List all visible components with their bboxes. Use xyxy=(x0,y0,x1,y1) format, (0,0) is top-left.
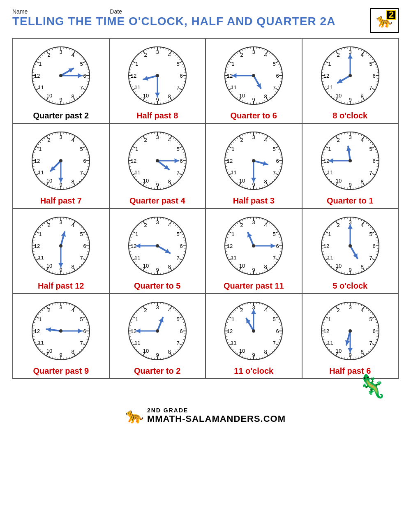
svg-text:6: 6 xyxy=(372,328,375,334)
svg-text:1: 1 xyxy=(39,146,42,152)
svg-text:1: 1 xyxy=(328,231,331,237)
svg-text:3: 3 xyxy=(349,134,351,140)
svg-text:10: 10 xyxy=(239,348,245,354)
svg-text:6: 6 xyxy=(83,243,86,249)
clock-cell-12: 121234567891011 Quarter past 9 xyxy=(13,294,110,379)
svg-text:1: 1 xyxy=(328,316,331,322)
clock-face-8: 121234567891011 xyxy=(28,213,94,279)
clock-face-2: 121234567891011 xyxy=(221,43,286,109)
svg-text:12: 12 xyxy=(34,73,40,79)
svg-text:11: 11 xyxy=(231,254,237,261)
svg-text:4: 4 xyxy=(264,52,267,58)
clock-cell-15: 121234567891011 Half past 6 xyxy=(302,294,399,379)
svg-text:8: 8 xyxy=(360,349,363,355)
svg-text:2: 2 xyxy=(240,137,243,143)
clock-label-1: Half past 8 xyxy=(136,111,178,120)
clock-label-8: Half past 12 xyxy=(38,281,84,291)
logo-box: 🐆 2 xyxy=(370,8,399,33)
clock-face-1: 121234567891011 xyxy=(125,43,190,109)
svg-text:10: 10 xyxy=(143,348,149,354)
svg-text:4: 4 xyxy=(72,137,74,143)
svg-text:1: 1 xyxy=(231,231,234,237)
clock-cell-4: 121234567891011 Half past 7 xyxy=(13,124,110,209)
clock-cell-8: 121234567891011 Half past 12 xyxy=(13,209,110,294)
svg-text:11: 11 xyxy=(231,84,237,90)
clock-face-5: 121234567891011 xyxy=(125,128,190,194)
clock-label-9: Quarter to 5 xyxy=(134,281,180,291)
svg-text:2: 2 xyxy=(144,307,147,313)
svg-text:10: 10 xyxy=(143,263,149,269)
svg-text:11: 11 xyxy=(231,169,237,176)
svg-text:11: 11 xyxy=(134,340,140,346)
svg-text:11: 11 xyxy=(38,169,44,176)
svg-text:8: 8 xyxy=(72,93,74,99)
footer-site: MMATH-SALAMANDERS.COM xyxy=(147,414,286,424)
svg-text:2: 2 xyxy=(240,52,243,58)
svg-text:5: 5 xyxy=(369,316,372,322)
svg-text:3: 3 xyxy=(252,134,255,140)
svg-text:12: 12 xyxy=(323,73,329,79)
clock-label-6: Half past 3 xyxy=(233,196,275,206)
svg-text:5: 5 xyxy=(273,61,276,67)
svg-text:1: 1 xyxy=(39,231,42,237)
clock-face-10: 121234567891011 xyxy=(221,213,286,279)
svg-text:5: 5 xyxy=(80,61,83,67)
svg-text:11: 11 xyxy=(327,340,333,346)
svg-text:11: 11 xyxy=(38,84,44,90)
footer: 🐆 2ND GRADE MMATH-SALAMANDERS.COM xyxy=(125,407,286,424)
svg-text:7: 7 xyxy=(80,255,83,261)
svg-point-545 xyxy=(252,159,255,162)
svg-text:6: 6 xyxy=(276,73,279,79)
svg-text:10: 10 xyxy=(143,93,149,99)
svg-text:2: 2 xyxy=(48,307,51,313)
clock-label-4: Half past 7 xyxy=(40,196,82,206)
svg-text:1: 1 xyxy=(328,61,331,67)
svg-point-701 xyxy=(59,244,62,247)
clock-cell-5: 121234567891011 Quarter past 4 xyxy=(110,124,206,209)
svg-text:8: 8 xyxy=(168,178,171,185)
svg-text:3: 3 xyxy=(60,304,62,310)
svg-text:3: 3 xyxy=(252,49,255,55)
logo-number: 2 xyxy=(386,10,396,20)
clock-face-7: 121234567891011 xyxy=(317,128,383,194)
svg-text:5: 5 xyxy=(80,231,83,237)
svg-point-77 xyxy=(59,74,62,77)
svg-text:4: 4 xyxy=(264,137,267,143)
clock-face-9: 121234567891011 xyxy=(125,213,190,279)
svg-point-389 xyxy=(59,159,62,162)
svg-text:7: 7 xyxy=(176,340,179,346)
svg-text:4: 4 xyxy=(72,52,74,58)
svg-text:11: 11 xyxy=(231,340,237,346)
svg-text:2: 2 xyxy=(144,222,147,228)
svg-text:10: 10 xyxy=(46,348,52,354)
svg-text:4: 4 xyxy=(72,222,74,228)
clock-label-13: Quarter to 2 xyxy=(134,366,180,376)
clock-cell-3: 121234567891011 8 o'clock xyxy=(302,39,399,124)
svg-text:3: 3 xyxy=(156,134,159,140)
svg-text:6: 6 xyxy=(180,73,182,79)
svg-text:2: 2 xyxy=(48,52,51,58)
svg-point-779 xyxy=(156,244,159,247)
svg-text:2: 2 xyxy=(337,52,339,58)
svg-text:5: 5 xyxy=(369,61,372,67)
svg-text:5: 5 xyxy=(176,61,179,67)
svg-text:5: 5 xyxy=(273,231,276,237)
svg-point-1247 xyxy=(349,329,352,333)
svg-text:8: 8 xyxy=(360,93,363,99)
clock-label-10: Quarter past 11 xyxy=(224,281,284,291)
svg-text:9: 9 xyxy=(156,352,159,358)
svg-text:1: 1 xyxy=(135,231,138,237)
svg-text:6: 6 xyxy=(83,328,86,334)
svg-point-935 xyxy=(349,244,352,247)
svg-text:1: 1 xyxy=(39,316,42,322)
svg-text:4: 4 xyxy=(264,222,267,228)
svg-text:9: 9 xyxy=(349,267,351,273)
svg-text:8: 8 xyxy=(168,349,171,355)
svg-text:8: 8 xyxy=(264,264,267,270)
svg-text:1: 1 xyxy=(39,61,42,67)
clock-label-2: Quarter to 6 xyxy=(231,111,277,120)
svg-text:1: 1 xyxy=(135,146,138,152)
svg-text:2: 2 xyxy=(240,222,243,228)
svg-text:11: 11 xyxy=(327,84,333,90)
svg-text:6: 6 xyxy=(372,158,375,164)
